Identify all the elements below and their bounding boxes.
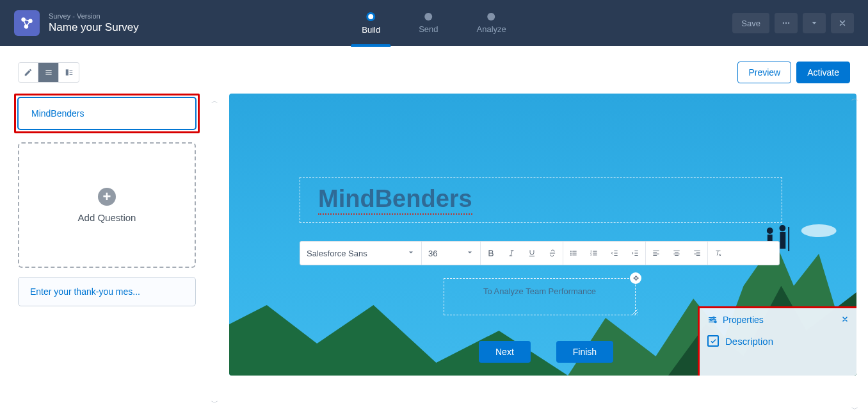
svg-rect-6 [65,69,68,75]
description-editor[interactable]: To Analyze Team Performance ✥ [444,278,636,315]
scroll-down-icon: ﹀ [851,404,858,414]
tab-analyze[interactable]: Analyze [477,0,506,46]
settings-icon [707,315,718,325]
svg-point-4 [785,22,787,24]
view-split-button[interactable] [59,62,79,83]
font-family-select[interactable]: Salesforce Sans [300,242,422,265]
svg-point-3 [783,22,784,24]
add-question-card[interactable]: + Add Question [18,142,196,268]
italic-button[interactable] [501,249,522,258]
tab-send[interactable]: Send [419,0,438,46]
tab-dot-icon [424,13,432,21]
number-list-icon: 123 [590,249,599,258]
canvas-scrollbar[interactable]: ︿ ﹀ [850,94,859,414]
close-icon [841,315,849,323]
align-center-button[interactable] [666,249,687,258]
bullet-list-icon [569,249,578,258]
title-editor[interactable]: MindBenders [300,177,782,223]
list-icon [44,68,53,77]
plus-icon: + [98,188,116,206]
title-block: Survey - Version Name your Survey [49,12,139,34]
svg-text:3: 3 [590,254,591,256]
properties-title: Properties [723,315,764,325]
description-checkbox-label: Description [725,336,773,347]
top-actions: Preview Activate [737,62,850,83]
svg-point-14 [570,253,572,254]
build-tabs: Build Send Analyze [362,0,506,46]
align-right-button[interactable] [687,249,707,258]
workspace: MindBenders + Add Question Enter your th… [0,83,868,414]
tab-dot-icon [488,13,495,21]
align-left-button[interactable] [646,249,666,258]
scroll-up-icon: ︿ [851,94,858,103]
move-handle-icon[interactable]: ✥ [630,272,641,284]
underline-icon [527,249,536,258]
properties-panel: Properties Description [698,306,856,376]
header-title[interactable]: Name your Survey [49,21,139,34]
finish-button[interactable]: Finish [556,341,613,363]
description-checkbox-row[interactable]: Description [707,335,849,347]
align-right-icon [693,249,702,258]
page-sidebar: MindBenders + Add Question Enter your th… [14,94,200,414]
font-family-value: Salesforce Sans [307,249,367,258]
welcome-page-card[interactable]: MindBenders [17,97,197,130]
outdent-button[interactable] [604,249,625,258]
close-icon [838,19,847,28]
font-size-value: 36 [428,249,437,258]
scroll-up-icon: ︿ [211,96,218,106]
tab-build[interactable]: Build [362,0,380,46]
tab-label: Analyze [477,24,506,34]
resize-handle-icon[interactable] [630,308,638,317]
next-button[interactable]: Next [479,341,531,363]
survey-canvas: MindBenders Salesforce Sans 36 [229,94,856,376]
font-size-select[interactable]: 36 [422,242,481,265]
app-header: Survey - Version Name your Survey Build … [0,0,868,46]
header-subtitle: Survey - Version [49,12,139,20]
bold-button[interactable] [481,249,501,258]
align-center-icon [672,249,681,258]
tab-label: Send [419,24,438,34]
strike-button[interactable] [542,249,563,258]
indent-button[interactable] [625,249,645,258]
canvas-wrap: MindBenders Salesforce Sans 36 [229,94,856,414]
svg-point-10 [779,225,785,231]
survey-app-icon [14,10,40,36]
rich-text-toolbar: Salesforce Sans 36 123 [300,241,780,265]
view-edit-button[interactable] [18,62,38,83]
preview-button[interactable]: Preview [737,62,791,83]
italic-icon [507,249,516,258]
description-text[interactable]: To Analyze Team Performance [483,286,596,296]
clear-format-button[interactable] [708,249,728,258]
svg-rect-9 [780,232,785,249]
close-button[interactable] [831,13,854,33]
bold-icon [486,249,495,258]
dropdown-button[interactable] [803,13,826,33]
svg-point-8 [767,228,773,234]
svg-point-12 [801,224,837,237]
strike-icon [548,249,557,258]
ellipsis-icon [782,19,791,28]
ol-button[interactable]: 123 [584,249,604,258]
clear-format-icon [714,249,723,258]
underline-button[interactable] [522,249,542,258]
view-list-button[interactable] [38,62,59,83]
activate-button[interactable]: Activate [796,62,850,83]
save-button[interactable]: Save [732,13,769,33]
highlight-annotation: MindBenders [14,94,200,133]
ul-button[interactable] [563,249,584,258]
outdent-icon [610,249,619,258]
svg-point-5 [788,22,789,24]
view-toggle [18,62,79,83]
svg-point-13 [570,251,572,252]
svg-point-15 [570,254,572,256]
properties-close-button[interactable] [841,315,849,325]
thank-you-page-card[interactable]: Enter your thank-you mes... [18,277,196,306]
header-left: Survey - Version Name your Survey [14,10,139,36]
more-button[interactable] [775,13,798,33]
split-icon [65,68,74,77]
checkbox-checked-icon[interactable] [707,335,719,347]
toolbar-row: Preview Activate [0,46,868,83]
survey-title-text[interactable]: MindBenders [318,185,472,215]
sidebar-scrollbar[interactable]: ︿ ﹀ [210,94,219,414]
align-left-icon [652,249,661,258]
